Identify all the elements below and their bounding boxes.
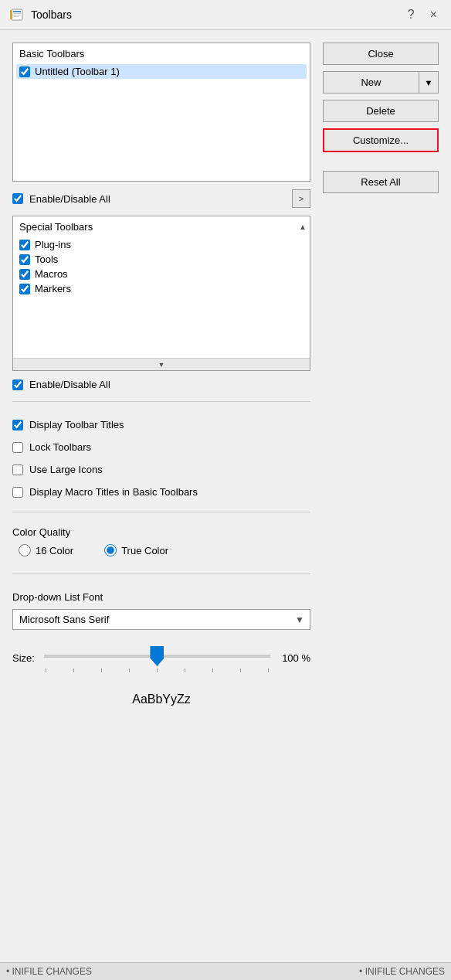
color-quality-options: 16 Color True Color <box>12 544 310 556</box>
lock-toolbars-label: Lock Toolbars <box>29 441 91 453</box>
right-panel: Close New ▼ Delete Customize... Reset Al… <box>323 43 439 950</box>
close-window-button[interactable]: × <box>426 6 442 23</box>
special-toolbar-item-0[interactable]: Plug-ins <box>16 237 307 252</box>
color-16-option[interactable]: 16 Color <box>19 544 73 556</box>
font-preview: AaBbYyZz <box>12 688 310 711</box>
svg-rect-2 <box>13 13 21 14</box>
slider-tick-4 <box>157 669 158 672</box>
slider-tick-3 <box>129 669 130 672</box>
customize-button[interactable]: Customize... <box>323 128 439 152</box>
display-macro-titles-row: Display Macro Titles in Basic Toolbars <box>12 486 310 498</box>
use-large-icons-checkbox[interactable] <box>12 464 23 475</box>
svg-rect-5 <box>10 10 12 19</box>
enable-disable-basic-row: Enable/Disable All > <box>12 189 310 208</box>
dropdown-font-wrapper: Microsoft Sans Serif Arial Tahoma Verdan… <box>12 609 310 630</box>
special-toolbars-label: Special Toolbars <box>16 219 96 234</box>
new-dropdown-arrow-button[interactable]: ▼ <box>419 71 439 94</box>
special-toolbar-item-3-checkbox[interactable] <box>19 284 30 294</box>
new-button-group: New ▼ <box>323 71 439 94</box>
special-toolbar-item-3-label: Markers <box>35 283 71 294</box>
display-macro-titles-label: Display Macro Titles in Basic Toolbars <box>29 486 198 498</box>
spacer-1 <box>323 158 439 165</box>
slider-thumb[interactable] <box>150 646 164 666</box>
special-toolbar-item-2-label: Macros <box>35 268 68 280</box>
enable-disable-basic-arrow[interactable]: > <box>292 189 310 208</box>
title-bar-right: ? × <box>403 6 442 23</box>
enable-disable-special-row: Enable/Disable All <box>12 379 310 390</box>
window-title: Toolbars <box>31 9 72 21</box>
dropdown-font-label: Drop-down List Font <box>12 591 310 603</box>
slider-tick-7 <box>240 669 241 672</box>
basic-toolbar-item-0-checkbox[interactable] <box>19 66 30 77</box>
enable-disable-special-label: Enable/Disable All <box>29 379 110 390</box>
slider-ticks <box>44 669 270 672</box>
bottom-left-text: • INIFILE CHANGES <box>6 966 92 977</box>
left-panel: Basic Toolbars Untitled (Toolbar 1) Enab… <box>12 43 310 950</box>
slider-wrapper <box>44 644 270 672</box>
special-toolbar-item-0-checkbox[interactable] <box>19 240 30 250</box>
special-toolbar-item-2-checkbox[interactable] <box>19 269 30 280</box>
basic-toolbars-listbox: Basic Toolbars Untitled (Toolbar 1) <box>12 43 310 182</box>
display-macro-titles-checkbox[interactable] <box>12 487 23 498</box>
slider-track[interactable] <box>44 655 270 658</box>
display-toolbar-titles-label: Display Toolbar Titles <box>29 419 124 430</box>
slider-tick-8 <box>268 669 269 672</box>
lock-toolbars-row: Lock Toolbars <box>12 441 310 453</box>
new-button[interactable]: New <box>323 71 419 94</box>
help-button[interactable]: ? <box>403 6 419 23</box>
divider-1 <box>12 401 310 402</box>
color-true-radio[interactable] <box>104 544 117 556</box>
basic-toolbar-item-0-label: Untitled (Toolbar 1) <box>35 66 120 77</box>
dropdown-font-section: Drop-down List Font Microsoft Sans Serif… <box>12 591 310 630</box>
use-large-icons-label: Use Large Icons <box>29 464 103 475</box>
bottom-right-text: • INIFILE CHANGES <box>359 966 445 977</box>
slider-tick-6 <box>212 669 213 672</box>
size-label: Size: <box>12 652 35 664</box>
reset-all-button[interactable]: Reset All <box>323 171 439 193</box>
svg-rect-3 <box>13 15 21 15</box>
enable-disable-basic-checkbox[interactable] <box>12 193 23 204</box>
special-toolbar-item-2[interactable]: Macros <box>16 267 307 281</box>
new-dropdown-arrow-icon: ▼ <box>425 78 433 87</box>
slider-tick-2 <box>101 669 102 672</box>
special-scroll-down-icon[interactable]: ▼ <box>13 358 310 370</box>
special-toolbar-item-1[interactable]: Tools <box>16 252 307 267</box>
special-toolbar-item-0-label: Plug-ins <box>35 239 71 250</box>
close-button[interactable]: Close <box>323 43 439 65</box>
color-quality-section: Color Quality 16 Color True Color <box>12 526 310 556</box>
delete-button[interactable]: Delete <box>323 100 439 122</box>
bottom-bar: • INIFILE CHANGES • INIFILE CHANGES <box>0 962 451 980</box>
special-toolbars-listbox: Special Toolbars ▲ Plug-ins Tools Macros <box>12 216 310 371</box>
basic-toolbars-label: Basic Toolbars <box>16 46 307 61</box>
special-scroll-up-icon[interactable]: ▲ <box>299 223 307 231</box>
special-toolbar-item-3[interactable]: Markers <box>16 281 307 296</box>
basic-toolbar-item-0[interactable]: Untitled (Toolbar 1) <box>16 64 307 79</box>
size-section: Size: 100 % <box>12 644 310 672</box>
title-bar-left: Toolbars <box>9 7 72 22</box>
dropdown-font-select[interactable]: Microsoft Sans Serif Arial Tahoma Verdan… <box>12 609 310 630</box>
color-16-radio[interactable] <box>19 544 31 556</box>
svg-rect-4 <box>13 16 19 17</box>
size-value: 100 % <box>280 652 310 664</box>
enable-disable-basic-label: Enable/Disable All <box>29 193 110 205</box>
svg-rect-1 <box>13 11 21 12</box>
color-true-option[interactable]: True Color <box>104 544 168 556</box>
title-bar: Toolbars ? × <box>0 0 451 30</box>
special-toolbar-item-1-label: Tools <box>35 254 58 265</box>
color-16-label: 16 Color <box>36 545 73 556</box>
divider-2 <box>12 512 310 512</box>
display-toolbar-titles-checkbox[interactable] <box>12 420 23 430</box>
color-true-label: True Color <box>121 545 168 556</box>
slider-tick-0 <box>46 669 46 672</box>
slider-tick-1 <box>73 669 74 672</box>
special-toolbars-inner[interactable]: Plug-ins Tools Macros Markers <box>13 234 310 358</box>
options-section: Display Toolbar Titles Lock Toolbars Use… <box>12 419 310 498</box>
lock-toolbars-checkbox[interactable] <box>12 442 23 453</box>
dialog-body: Basic Toolbars Untitled (Toolbar 1) Enab… <box>0 30 451 962</box>
divider-3 <box>12 573 310 574</box>
slider-tick-5 <box>185 669 185 672</box>
display-toolbar-titles-row: Display Toolbar Titles <box>12 419 310 430</box>
enable-disable-special-checkbox[interactable] <box>12 379 23 390</box>
special-toolbar-item-1-checkbox[interactable] <box>19 254 30 265</box>
app-icon <box>9 7 25 22</box>
